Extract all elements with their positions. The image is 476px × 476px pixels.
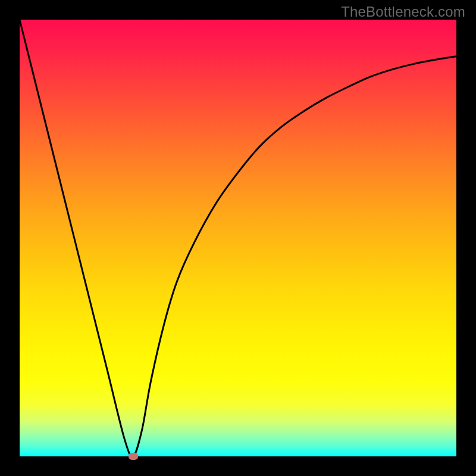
chart-frame: TheBottleneck.com xyxy=(0,0,476,476)
plot-area xyxy=(20,20,456,456)
bottleneck-curve xyxy=(20,20,456,456)
optimal-point-marker xyxy=(129,453,138,460)
curve-path xyxy=(20,20,456,456)
watermark-text: TheBottleneck.com xyxy=(341,4,465,20)
